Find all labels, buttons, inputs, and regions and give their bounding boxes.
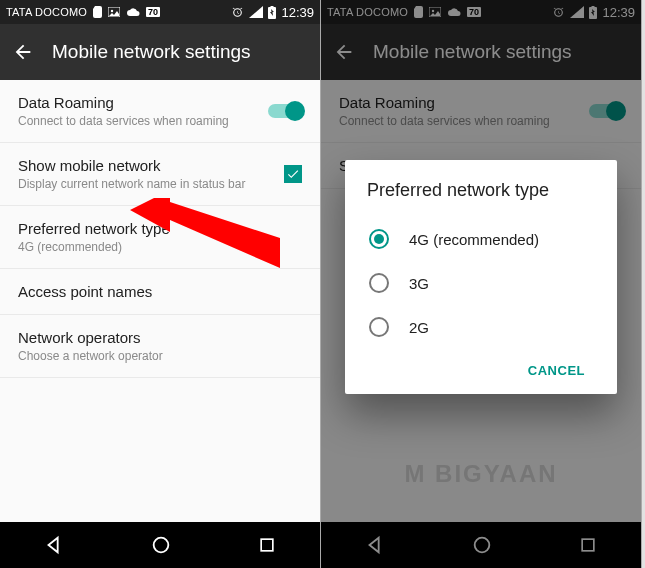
option-3g-label: 3G	[409, 275, 429, 292]
back-icon[interactable]	[12, 41, 34, 63]
show-network-checkbox[interactable]	[284, 165, 302, 183]
cancel-button[interactable]: CANCEL	[518, 355, 595, 386]
option-4g-label: 4G (recommended)	[409, 231, 539, 248]
show-network-sub: Display current network name in status b…	[18, 177, 245, 191]
cloud-icon	[126, 7, 140, 17]
carrier-label: TATA DOCOMO	[6, 6, 87, 18]
operators-sub: Choose a network operator	[18, 349, 163, 363]
apn-title: Access point names	[18, 283, 152, 300]
option-3g[interactable]: 3G	[367, 261, 595, 305]
network-operators-item[interactable]: Network operators Choose a network opera…	[0, 315, 320, 378]
alarm-icon	[231, 6, 244, 19]
show-network-item[interactable]: Show mobile network Display current netw…	[0, 143, 320, 206]
battery-icon	[268, 6, 276, 19]
check-icon	[286, 167, 300, 181]
svg-rect-3	[271, 6, 274, 8]
operators-title: Network operators	[18, 329, 163, 346]
pref-type-sub: 4G (recommended)	[18, 240, 170, 254]
phone-left: TATA DOCOMO 70 12:39 Mobile network sett…	[0, 0, 321, 568]
radio-3g[interactable]	[369, 273, 389, 293]
data-roaming-item[interactable]: Data Roaming Connect to data services wh…	[0, 80, 320, 143]
show-network-title: Show mobile network	[18, 157, 245, 174]
network-type-dialog: Preferred network type 4G (recommended) …	[345, 160, 617, 394]
option-2g[interactable]: 2G	[367, 305, 595, 349]
svg-point-4	[154, 538, 169, 553]
svg-point-1	[111, 10, 113, 12]
option-4g[interactable]: 4G (recommended)	[367, 217, 595, 261]
apn-item[interactable]: Access point names	[0, 269, 320, 315]
pref-type-title: Preferred network type	[18, 220, 170, 237]
status-bar: TATA DOCOMO 70 12:39	[0, 0, 320, 24]
clock-label: 12:39	[281, 5, 314, 20]
svg-rect-5	[261, 539, 273, 551]
sim-icon	[93, 6, 102, 18]
radio-4g[interactable]	[369, 229, 389, 249]
nav-home-icon[interactable]	[150, 534, 172, 556]
photo-icon	[108, 7, 120, 17]
data-roaming-switch[interactable]	[268, 104, 302, 118]
data-roaming-sub: Connect to data services when roaming	[18, 114, 229, 128]
nav-bar	[0, 522, 320, 568]
data-roaming-title: Data Roaming	[18, 94, 229, 111]
option-2g-label: 2G	[409, 319, 429, 336]
nav-back-icon[interactable]	[43, 534, 65, 556]
toolbar: Mobile network settings	[0, 24, 320, 80]
battery-badge: 70	[146, 7, 160, 17]
signal-icon	[249, 6, 263, 18]
page-title: Mobile network settings	[52, 41, 251, 63]
preferred-network-type-item[interactable]: Preferred network type 4G (recommended)	[0, 206, 320, 269]
phone-right: TATA DOCOMO 70 12:39 Mobile network sett…	[321, 0, 642, 568]
settings-list: Data Roaming Connect to data services wh…	[0, 80, 320, 522]
nav-recent-icon[interactable]	[257, 535, 277, 555]
dialog-title: Preferred network type	[367, 180, 595, 201]
radio-2g[interactable]	[369, 317, 389, 337]
